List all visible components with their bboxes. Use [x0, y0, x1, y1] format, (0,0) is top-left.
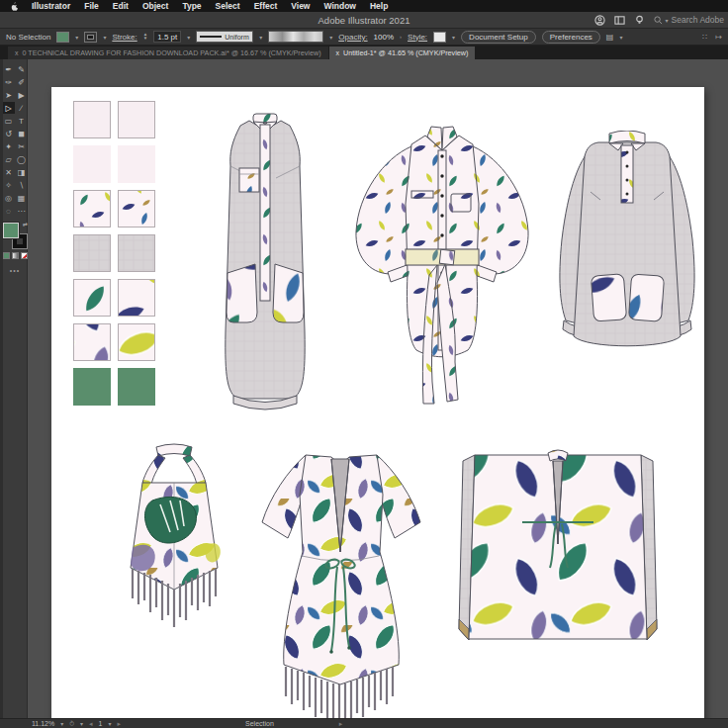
stroke-weight-value[interactable]: 1.5 pt [153, 31, 181, 43]
lasso-tool-icon[interactable]: ▶ [16, 89, 28, 101]
shaper-tool-icon[interactable]: ▱ [3, 153, 15, 165]
opacity-more-icon[interactable]: › [400, 34, 402, 40]
document-setup-button[interactable]: Document Setup [461, 31, 536, 44]
blob-brush-tool-icon[interactable]: ✐ [16, 76, 28, 88]
swatch-pattern-zoom[interactable] [118, 279, 155, 317]
width-profile-chevron-icon[interactable]: ▾ [259, 34, 262, 41]
tab-untitled-1[interactable]: x Untitled-1* @ 41.65 % (CMYK/Preview) [329, 46, 476, 59]
garment-sleeveless-shirt-dress[interactable] [210, 109, 320, 417]
artboard-chevron-icon[interactable]: ▾ [108, 720, 111, 727]
menu-type[interactable]: Type [182, 1, 201, 11]
gradient-tool-icon[interactable]: ◨ [16, 166, 28, 178]
menu-file[interactable]: File [84, 1, 99, 11]
garment-vneck-kaftan[interactable] [244, 435, 438, 718]
stroke-chevron-icon[interactable]: ▾ [103, 34, 106, 41]
gradient-button[interactable] [12, 252, 19, 259]
ellipse-tool-icon[interactable]: ◯ [16, 153, 28, 165]
style-link[interactable]: Style: [408, 33, 427, 42]
eraser-tool-icon[interactable]: ✕ [3, 166, 15, 178]
menu-window[interactable]: Window [323, 1, 356, 11]
brush-definition-dropdown[interactable] [268, 31, 323, 43]
swatch-gray-linen[interactable] [118, 234, 155, 272]
brush-tool-icon[interactable]: ✑ [3, 76, 15, 88]
zoom-tool-icon[interactable]: ◎ [3, 192, 15, 204]
menu-effect[interactable]: Effect [254, 1, 278, 11]
preferences-button[interactable]: Preferences [542, 31, 600, 44]
fill-stroke-indicator[interactable]: ⇄ [3, 223, 27, 248]
tab-close-icon[interactable]: x [15, 49, 19, 56]
arrange-documents-icon[interactable]: ▤ [606, 33, 614, 42]
knife-tool-icon[interactable]: ∖ [16, 179, 28, 191]
type-tool-icon[interactable]: T [16, 115, 28, 127]
artboard-next-icon[interactable]: ▸ [118, 720, 122, 728]
brush-chevron-icon[interactable]: ▾ [329, 34, 332, 41]
mesh-tool-icon[interactable]: ✧ [3, 179, 15, 191]
scale-tool-icon[interactable]: ◼ [16, 128, 28, 139]
swatch-feather-pattern[interactable] [118, 190, 155, 228]
style-chevron-icon[interactable]: ▾ [452, 34, 455, 41]
none-button[interactable] [21, 252, 28, 259]
color-button[interactable] [3, 252, 10, 259]
fill-proxy[interactable] [3, 223, 19, 238]
canvas-pasteboard[interactable] [28, 59, 728, 718]
garment-boxy-poncho-top[interactable] [453, 445, 663, 675]
fill-color-swatch[interactable] [56, 32, 69, 43]
stroke-panel-link[interactable]: Stroke: [112, 33, 136, 42]
swatch-pink-flat[interactable] [118, 145, 155, 183]
search-adobe[interactable]: ▾ Search Adobe [654, 15, 724, 25]
garment-balloon-sleeve-blouse[interactable] [348, 125, 536, 411]
toolbar-more-icon[interactable]: ••• [10, 267, 20, 274]
rotation-icon[interactable]: ⥁ [69, 720, 74, 728]
stroke-color-swatch[interactable] [84, 32, 97, 43]
style-swatch[interactable] [433, 32, 446, 43]
menu-edit[interactable]: Edit [113, 1, 129, 11]
tab-close-icon[interactable]: x [336, 49, 340, 56]
menu-view[interactable]: View [291, 1, 310, 11]
swatch-pink-outline[interactable] [118, 101, 155, 138]
scissors-tool-icon[interactable]: ✂ [16, 140, 28, 152]
swatch-pink-outline[interactable] [73, 101, 111, 138]
menu-illustrator[interactable]: Illustrator [32, 1, 70, 11]
apple-menu-icon[interactable] [10, 2, 18, 11]
selection-tool-icon[interactable]: ➤ [3, 89, 15, 101]
rectangle-tool-icon[interactable]: ▭ [3, 115, 15, 127]
artboard-tool-icon[interactable]: ▦ [16, 192, 28, 204]
opacity-value[interactable]: 100% [374, 33, 394, 42]
lightbulb-icon[interactable] [634, 14, 646, 26]
garment-longsleeve-shirt-dress[interactable] [551, 131, 703, 368]
blend-tool-icon[interactable]: ◌ [3, 205, 15, 217]
swatch-pattern-zoom-2[interactable] [118, 323, 155, 361]
status-flyout-icon[interactable]: ▸ [339, 720, 343, 728]
panel-collapse-icon[interactable]: ↦ [715, 33, 722, 42]
swatch-solid-green[interactable] [118, 368, 155, 406]
stroke-weight-stepper[interactable]: ▲▼ [143, 33, 147, 41]
swatch-pattern-zoom[interactable] [73, 279, 111, 317]
pencil-tool-icon[interactable]: ✎ [16, 63, 28, 75]
direct-selection-tool-icon[interactable]: ▷ [3, 102, 15, 114]
garment-halter-fringe-tank[interactable] [113, 441, 235, 635]
rotate-tool-icon[interactable]: ↺ [3, 128, 15, 139]
eyedropper-tool-icon[interactable]: ✦ [3, 140, 15, 152]
swatch-solid-green[interactable] [73, 368, 111, 406]
width-profile-dropdown[interactable]: Uniform [196, 31, 253, 43]
more-tools-icon[interactable]: ⋯ [16, 205, 28, 217]
arrange-chevron-icon[interactable]: ▾ [619, 34, 622, 41]
menu-help[interactable]: Help [370, 1, 388, 11]
pen-tool-icon[interactable]: ✒ [3, 63, 15, 75]
tab-technical-drawing-pack[interactable]: x 0 TECHNICAL DRAWING FOR FASHION DOWNLO… [8, 46, 328, 59]
swatch-pink-flat[interactable] [73, 145, 111, 183]
artboard[interactable] [51, 87, 704, 718]
swatch-gray-linen[interactable] [73, 234, 111, 272]
zoom-chevron-icon[interactable]: ▾ [60, 720, 63, 727]
account-icon[interactable] [594, 14, 606, 26]
artboard-number[interactable]: 1 [99, 720, 103, 727]
rotation-chevron-icon[interactable]: ▾ [80, 720, 83, 727]
menu-object[interactable]: Object [142, 1, 168, 11]
artboard-prev-icon[interactable]: ◂ [89, 720, 93, 728]
swatch-feather-pattern[interactable] [73, 190, 111, 228]
swatch-pattern-zoom-2[interactable] [73, 323, 111, 361]
menu-select[interactable]: Select [216, 1, 240, 11]
control-dots-icon[interactable]: ∷ [702, 33, 707, 42]
workspace-switcher-icon[interactable] [614, 14, 626, 26]
opacity-link[interactable]: Opacity: [338, 33, 367, 42]
